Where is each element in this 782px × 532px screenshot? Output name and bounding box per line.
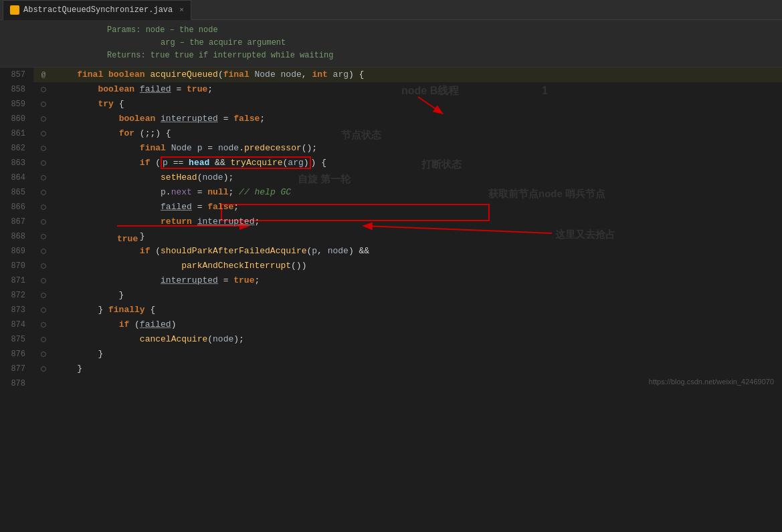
tab-label: AbstractQueuedSynchronizer.java [23,5,173,15]
line-num-858: 858 [0,82,33,97]
gutter-876 [33,347,54,362]
gutter-864 [33,170,54,185]
gutter-874 [33,317,54,332]
gutter-866 [33,200,54,215]
code-line-874: 874 if (failed) [0,317,782,332]
gutter-875 [33,332,54,347]
code-line-873: 873 } finally { [0,303,782,317]
code-line-869: 869 if (shouldParkAfterFailedAcquire(p, … [0,244,782,259]
params-label: Params: [107,25,140,35]
code-content-863: if (p == head && tryAcquire(arg)) { [54,156,782,170]
gutter-863 [33,156,54,170]
code-content-861: for (;;) { [54,126,782,141]
code-content-872: } [54,288,782,303]
code-line-865: 865 p.next = null; // help GC [0,185,782,200]
gutter-862 [33,141,54,156]
code-content-876: } [54,347,782,362]
code-content-857: final boolean acquireQueued(final Node n… [54,68,782,82]
code-content-858: boolean failed = true; [54,82,782,97]
code-content-871: interrupted = true; [54,273,782,288]
code-content-870: parkAndCheckInterrupt()) [54,259,782,273]
line-num-862: 862 [0,141,33,156]
gutter-858 [33,82,54,97]
code-line-861: 861 for (;;) { [0,126,782,141]
code-content-867: return interrupted; [54,215,782,229]
code-content-873: } finally { [54,303,782,317]
gutter-870 [33,259,54,273]
code-line-875: 875 cancelAcquire(node); [0,332,782,347]
gutter-877 [33,362,54,376]
gutter-859 [33,97,54,112]
code-content-864: setHead(node); [54,170,782,185]
code-content-868: } [54,229,782,244]
code-line-864: 864 setHead(node); [0,170,782,185]
gutter-860 [33,112,54,126]
doc-param2: arg – the acquire argument [107,37,782,49]
line-num-876: 876 [0,347,33,362]
main-container: AbstractQueuedSynchronizer.java × Params… [0,0,782,532]
code-content-862: final Node p = node.predecessor(); [54,141,782,156]
watermark: https://blog.csdn.net/weixin_42469070 [649,378,774,386]
returns-text: true true if interrupted while waiting [151,51,334,60]
gutter-868 [33,229,54,244]
line-num-873: 873 [0,303,33,317]
gutter-857: @ [33,68,54,82]
param2-text: arg – the acquire argument [161,38,286,47]
gutter-871 [33,273,54,288]
doc-params: Params: node – the node [107,24,782,37]
code-line-860: 860 boolean interrupted = false; [0,112,782,126]
code-content-869: if (shouldParkAfterFailedAcquire(p, node… [54,244,782,259]
code-content-866: failed = false; [54,200,782,215]
code-line-862: 862 final Node p = node.predecessor(); [0,141,782,156]
code-editor: node B线程 1 节点状态 打断状态 自旋 第一轮 获取前节点node 哨兵… [0,68,782,391]
code-line-877: 877 } [0,362,782,376]
line-num-878: 878 [0,376,33,391]
code-line-858: 858 boolean failed = true; [0,82,782,97]
line-num-872: 872 [0,288,33,303]
line-num-860: 860 [0,112,33,126]
gutter-867 [33,215,54,229]
code-content-865: p.next = null; // help GC [54,185,782,200]
code-content-877: } [54,362,782,376]
tab-aqs[interactable]: AbstractQueuedSynchronizer.java × [3,0,191,20]
code-content-875: cancelAcquire(node); [54,332,782,347]
line-num-875: 875 [0,332,33,347]
line-num-864: 864 [0,170,33,185]
tab-bar: AbstractQueuedSynchronizer.java × [0,0,782,20]
gutter-861 [33,126,54,141]
code-line-870: 870 parkAndCheckInterrupt()) [0,259,782,273]
code-line-868: 868 } [0,229,782,244]
line-num-871: 871 [0,273,33,288]
java-file-icon [10,5,19,15]
line-num-877: 877 [0,362,33,376]
line-num-866: 866 [0,200,33,215]
gutter-878 [33,376,54,391]
code-content-859: try { [54,97,782,112]
code-line-867: 867 return interrupted; [0,215,782,229]
line-num-870: 870 [0,259,33,273]
code-line-863: 863 if (p == head && tryAcquire(arg)) { [0,156,782,170]
gutter-872 [33,288,54,303]
gutter-873 [33,303,54,317]
code-line-866: 866 failed = false; [0,200,782,215]
line-num-857: 857 [0,68,33,82]
line-num-859: 859 [0,97,33,112]
doc-returns: Returns: true true if interrupted while … [107,49,782,62]
code-line-871: 871 interrupted = true; [0,273,782,288]
code-line-859: 859 try { [0,97,782,112]
gutter-869 [33,244,54,259]
line-num-863: 863 [0,156,33,170]
code-line-876: 876 } [0,347,782,362]
line-num-868: 868 [0,229,33,244]
gutter-865 [33,185,54,200]
line-num-867: 867 [0,215,33,229]
line-num-861: 861 [0,126,33,141]
returns-label: Returns: [107,51,146,60]
line-num-865: 865 [0,185,33,200]
code-content-874: if (failed) [54,317,782,332]
code-line-857: 857 @ final boolean acquireQueued(final … [0,68,782,82]
code-content-860: boolean interrupted = false; [54,112,782,126]
code-line-872: 872 } [0,288,782,303]
tab-close-button[interactable]: × [179,6,184,14]
line-num-869: 869 [0,244,33,259]
